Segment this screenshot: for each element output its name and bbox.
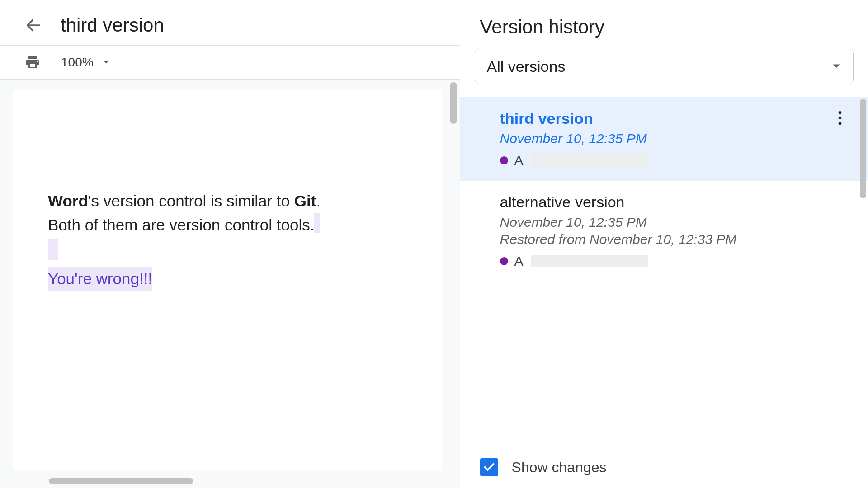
panel-scrollbar[interactable]: [860, 99, 866, 198]
author-initial: A: [514, 153, 524, 168]
bold-word-1: Word: [48, 192, 88, 210]
document-page[interactable]: Word's version control is similar to Git…: [13, 90, 442, 470]
version-author: A: [500, 153, 848, 168]
svg-point-1: [839, 111, 842, 114]
caret-down-icon: [832, 64, 840, 69]
print-button[interactable]: [22, 52, 43, 73]
zoom-value: 100%: [61, 55, 94, 70]
selection-marker: [314, 213, 320, 234]
more-vert-icon: [838, 111, 842, 125]
version-list: third version November 10, 12:35 PM A al…: [460, 97, 868, 446]
back-button[interactable]: [23, 14, 44, 36]
panel-footer: Show changes: [460, 446, 868, 488]
print-icon: [24, 54, 41, 70]
version-date: November 10, 12:35 PM: [500, 215, 848, 230]
version-author: A: [500, 253, 848, 269]
horizontal-scrollbar-track: [13, 477, 447, 485]
app-root: third version 100% Word's version contro…: [0, 0, 868, 488]
version-restored-note: Restored from November 10, 12:33 PM: [500, 232, 848, 247]
author-color-dot: [500, 257, 508, 265]
document-pane: third version 100% Word's version contro…: [0, 0, 460, 488]
version-filter-label: All versions: [487, 58, 566, 75]
caret-down-icon: [103, 60, 110, 65]
author-color-dot: [500, 156, 508, 164]
version-name: third version: [500, 110, 848, 127]
version-item[interactable]: alternative version November 10, 12:35 P…: [460, 181, 868, 282]
version-name: alternative version: [500, 193, 848, 211]
selection-line-marker: [48, 239, 58, 260]
panel-header: Version history: [460, 0, 868, 49]
author-initial: A: [514, 253, 524, 269]
version-filter-dropdown[interactable]: All versions: [475, 49, 854, 84]
horizontal-scrollbar[interactable]: [49, 478, 193, 484]
svg-point-2: [839, 117, 842, 120]
added-text: You're wrong!!!: [48, 267, 152, 291]
doc-header: third version: [0, 0, 460, 45]
document-title: third version: [61, 14, 164, 36]
author-name-redacted: [531, 154, 648, 167]
bold-word-2: Git: [294, 192, 316, 210]
toolbar: 100%: [0, 45, 460, 80]
toolbar-separator: [48, 53, 48, 71]
list-divider: [460, 282, 868, 282]
version-history-panel: Version history All versions third versi…: [460, 0, 868, 488]
svg-point-3: [839, 122, 842, 125]
zoom-dropdown[interactable]: 100%: [57, 52, 114, 72]
arrow-left-icon: [24, 16, 42, 34]
document-canvas: Word's version control is similar to Git…: [0, 80, 460, 488]
paragraph-added: You're wrong!!!: [48, 267, 406, 291]
show-changes-label: Show changes: [512, 459, 607, 476]
version-item-selected[interactable]: third version November 10, 12:35 PM A: [460, 97, 868, 181]
paragraph-1: Word's version control is similar to Git…: [48, 190, 406, 236]
panel-title: Version history: [480, 16, 850, 38]
checkmark-icon: [483, 461, 495, 474]
version-more-button[interactable]: [832, 110, 848, 126]
vertical-scrollbar[interactable]: [450, 82, 457, 124]
show-changes-checkbox[interactable]: [480, 458, 498, 476]
version-date: November 10, 12:35 PM: [500, 131, 848, 146]
author-name-redacted: [531, 255, 648, 267]
